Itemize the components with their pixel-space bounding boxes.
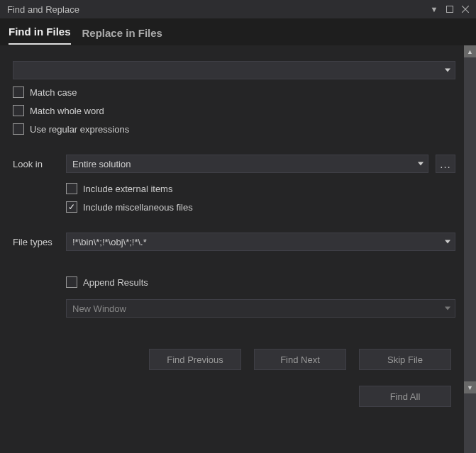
find-next-button[interactable]: Find Next — [254, 349, 346, 370]
window-title: Find and Replace — [7, 4, 426, 15]
look-in-value: Entire solution — [72, 159, 131, 169]
close-icon[interactable] — [458, 3, 473, 16]
match-case-checkbox[interactable] — [13, 86, 24, 98]
file-types-input[interactable]: !*\bin\*;!*\obj\*;!*\.* — [66, 233, 455, 251]
window-menu-dropdown-icon[interactable]: ▼ — [426, 3, 442, 16]
find-previous-button[interactable]: Find Previous — [149, 349, 241, 370]
title-bar: Find and Replace ▼ — [0, 0, 476, 18]
skip-file-button[interactable]: Skip File — [359, 349, 451, 370]
scroll-down-icon[interactable]: ▼ — [464, 381, 476, 393]
include-external-checkbox[interactable] — [66, 183, 77, 194]
scroll-up-icon[interactable]: ▲ — [464, 45, 476, 57]
svg-rect-0 — [447, 6, 453, 13]
results-window-value: New Window — [72, 303, 126, 314]
match-whole-word-label: Match whole word — [30, 106, 104, 116]
maximize-icon[interactable] — [442, 3, 458, 16]
dropdown-arrow-icon — [418, 162, 424, 166]
dropdown-arrow-icon — [445, 307, 450, 311]
dropdown-arrow-icon — [445, 240, 450, 244]
vertical-scrollbar[interactable]: ▲ ▼ — [464, 45, 476, 453]
look-in-label: Look in — [13, 159, 66, 169]
look-in-dropdown[interactable]: Entire solution — [66, 155, 428, 173]
match-case-label: Match case — [30, 87, 77, 98]
append-results-label: Append Results — [83, 277, 148, 288]
content-area: Match case Match whole word Use regular … — [0, 45, 464, 453]
tab-bar: Find in Files Replace in Files — [0, 18, 476, 45]
include-misc-checkbox[interactable] — [66, 201, 77, 213]
tab-find-in-files[interactable]: Find in Files — [9, 20, 71, 45]
results-window-dropdown[interactable]: New Window — [66, 299, 455, 318]
append-results-checkbox[interactable] — [66, 276, 77, 288]
browse-button[interactable]: ... — [436, 155, 455, 173]
match-whole-word-checkbox[interactable] — [13, 105, 24, 116]
tab-replace-in-files[interactable]: Replace in Files — [82, 21, 162, 45]
include-misc-label: Include miscellaneous files — [83, 202, 193, 213]
scroll-track[interactable] — [464, 57, 476, 381]
file-types-value: !*\bin\*;!*\obj\*;!*\.* — [72, 237, 147, 247]
use-regex-checkbox[interactable] — [13, 123, 24, 135]
use-regex-label: Use regular expressions — [30, 124, 129, 135]
find-all-button[interactable]: Find All — [359, 386, 451, 407]
file-types-label: File types — [13, 237, 66, 247]
dropdown-arrow-icon — [445, 69, 450, 72]
include-external-label: Include external items — [83, 184, 172, 194]
search-term-input[interactable] — [13, 61, 455, 79]
